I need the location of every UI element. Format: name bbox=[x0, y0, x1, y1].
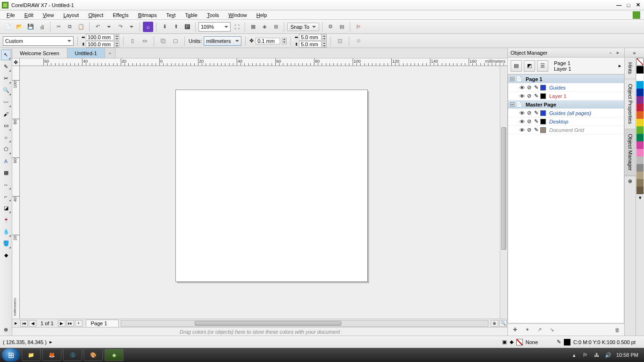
publish-pdf-button[interactable]: 🅿 bbox=[182, 22, 192, 32]
edit-across-layers-button[interactable]: ◩ bbox=[524, 60, 535, 72]
prev-page-button[interactable]: ◀ bbox=[29, 320, 36, 327]
docker-collapse-button[interactable]: ▸ bbox=[615, 49, 621, 56]
portrait-button[interactable]: ▯ bbox=[127, 36, 138, 46]
page-height-input[interactable]: 100.0 mm bbox=[86, 41, 114, 48]
copy-button[interactable]: ⧉ bbox=[65, 22, 75, 32]
editable-icon[interactable]: ✎ bbox=[533, 85, 539, 90]
options-button[interactable]: ⊚ bbox=[353, 36, 363, 46]
menu-text[interactable]: Text bbox=[161, 11, 180, 19]
clock[interactable]: 10:58 PM bbox=[616, 352, 638, 358]
cut-button[interactable]: ✂ bbox=[53, 22, 64, 32]
launcher-button[interactable]: 🏳 bbox=[353, 22, 363, 32]
show-rulers-button[interactable]: ▦ bbox=[248, 22, 258, 32]
tab-welcome-screen[interactable]: Welcome Screen bbox=[12, 48, 67, 58]
transparency-tool[interactable]: 🍷 bbox=[1, 214, 11, 225]
shape-tool[interactable]: ✎ bbox=[1, 61, 11, 72]
network-icon[interactable]: 🖧 bbox=[594, 352, 600, 358]
zoom-level-combo[interactable]: 109% bbox=[198, 22, 231, 32]
dimension-tool[interactable]: ↔ bbox=[1, 179, 11, 190]
copy-to-layer-button[interactable]: ↘ bbox=[547, 326, 556, 334]
save-button[interactable]: 💾 bbox=[25, 22, 36, 32]
tree-layer-row[interactable]: 👁⊘✎Desktop bbox=[508, 117, 624, 126]
docker-arrow-icon[interactable]: » bbox=[625, 48, 644, 58]
color-swatch[interactable] bbox=[636, 119, 644, 126]
new-layer-button[interactable]: ✚ bbox=[511, 326, 519, 334]
tree-page-row[interactable]: −📄Master Page bbox=[508, 100, 624, 109]
fill-swatch[interactable] bbox=[516, 339, 523, 346]
nudge-distance-input[interactable]: 0.1 mm bbox=[256, 38, 280, 44]
show-grid-button[interactable]: ◈ bbox=[259, 22, 270, 32]
vertical-ruler[interactable]: millimeters 10080604020 bbox=[12, 66, 20, 319]
no-color-swatch[interactable] bbox=[636, 58, 644, 66]
palette-scroll-down[interactable]: ▾ bbox=[636, 194, 644, 201]
scrollbar-thumb[interactable] bbox=[501, 127, 506, 250]
ruler-origin[interactable]: ✥ bbox=[12, 58, 20, 66]
tree-layer-row[interactable]: 👁⊘✎Document Grid bbox=[508, 126, 624, 134]
zoom-button[interactable]: 🔍 bbox=[499, 320, 507, 327]
options-button[interactable]: ⚙ bbox=[325, 22, 336, 32]
last-page-button[interactable]: ⏭ bbox=[66, 320, 74, 327]
color-swatch[interactable] bbox=[636, 156, 644, 164]
tree-page-row[interactable]: −📄Page 1 bbox=[508, 75, 624, 83]
maximize-button[interactable]: □ bbox=[624, 1, 633, 9]
color-swatch[interactable] bbox=[636, 164, 644, 172]
layer-color-swatch[interactable] bbox=[540, 93, 546, 99]
expand-toggle[interactable]: − bbox=[510, 77, 514, 81]
current-page-button[interactable]: ▢ bbox=[170, 36, 181, 46]
rectangle-tool[interactable]: ▭ bbox=[1, 120, 11, 131]
undo-button[interactable]: ↶ bbox=[92, 22, 103, 32]
action-center-icon[interactable]: 🏳 bbox=[582, 352, 589, 358]
taskbar-skype[interactable]: Ⓢ bbox=[63, 349, 82, 361]
tree-layer-row[interactable]: 👁⊘✎Guides (all pages) bbox=[508, 109, 624, 117]
close-button[interactable]: ✕ bbox=[634, 1, 642, 9]
menu-file[interactable]: File bbox=[2, 11, 20, 19]
ellipse-tool[interactable]: ○ bbox=[1, 132, 11, 143]
menu-layout[interactable]: Layout bbox=[58, 11, 83, 19]
color-swatch[interactable] bbox=[636, 187, 644, 194]
taskbar-paint[interactable]: 🎨 bbox=[84, 349, 103, 361]
artistic-media-tool[interactable]: 🖌 bbox=[1, 108, 11, 119]
status-flyout-icon[interactable]: ▸ bbox=[50, 339, 52, 345]
import-button[interactable]: ⬇ bbox=[159, 22, 170, 32]
tree-layer-row[interactable]: 👁⊘✎Layer 1 bbox=[508, 92, 624, 100]
show-hidden-icons[interactable]: ▴ bbox=[571, 352, 578, 358]
menu-view[interactable]: View bbox=[38, 11, 59, 19]
color-swatch[interactable] bbox=[636, 96, 644, 104]
width-spinner[interactable] bbox=[115, 34, 119, 41]
start-button[interactable] bbox=[2, 348, 20, 362]
tree-layer-row[interactable]: 👁⊘✎Guides bbox=[508, 83, 624, 92]
delete-button[interactable]: 🗑 bbox=[613, 326, 621, 334]
pick-tool[interactable]: ↖ bbox=[1, 49, 11, 60]
navigator-button[interactable]: ⊕ bbox=[491, 320, 498, 327]
minimize-button[interactable]: — bbox=[615, 1, 623, 9]
first-page-button[interactable]: ⏮ bbox=[20, 320, 28, 327]
visibility-icon[interactable]: 👁 bbox=[519, 127, 525, 133]
color-swatch[interactable] bbox=[636, 89, 644, 96]
freehand-tool[interactable]: 〰 bbox=[1, 97, 11, 107]
menu-object[interactable]: Object bbox=[83, 11, 108, 19]
layer-manager-view-button[interactable]: ☰ bbox=[537, 60, 548, 72]
open-button[interactable]: 📂 bbox=[14, 22, 25, 32]
redo-button[interactable]: ↷ bbox=[115, 22, 125, 32]
export-button[interactable]: ⬆ bbox=[171, 22, 181, 32]
color-swatch[interactable] bbox=[636, 66, 644, 74]
eyedropper-tool[interactable]: 💧 bbox=[1, 226, 11, 237]
color-swatch[interactable] bbox=[636, 126, 644, 134]
printable-icon[interactable]: ⊘ bbox=[526, 85, 532, 90]
new-button[interactable]: 📄 bbox=[3, 22, 13, 32]
docker-add-button[interactable]: ⊕ bbox=[625, 176, 636, 336]
new-master-layer-button[interactable]: ✦ bbox=[523, 326, 531, 334]
redo-dropdown[interactable] bbox=[126, 22, 137, 32]
interactive-fill-tool[interactable]: 🪣 bbox=[1, 238, 11, 249]
horizontal-ruler[interactable]: ✥ millimeters 60402002040608010012014016… bbox=[12, 58, 507, 66]
connector-tool[interactable]: ⌐ bbox=[1, 191, 11, 202]
paste-button[interactable]: 📋 bbox=[76, 22, 86, 32]
editable-icon[interactable]: ✎ bbox=[533, 93, 539, 99]
layer-color-swatch[interactable] bbox=[540, 110, 546, 116]
search-content-button[interactable]: ⌕ bbox=[143, 22, 153, 32]
flyout-arrow-icon[interactable]: ▸ bbox=[619, 63, 621, 69]
volume-icon[interactable]: 🔊 bbox=[605, 352, 611, 358]
printable-icon[interactable]: ⊘ bbox=[526, 110, 532, 116]
add-page-button[interactable]: + bbox=[75, 320, 83, 327]
editable-icon[interactable]: ✎ bbox=[533, 127, 539, 133]
